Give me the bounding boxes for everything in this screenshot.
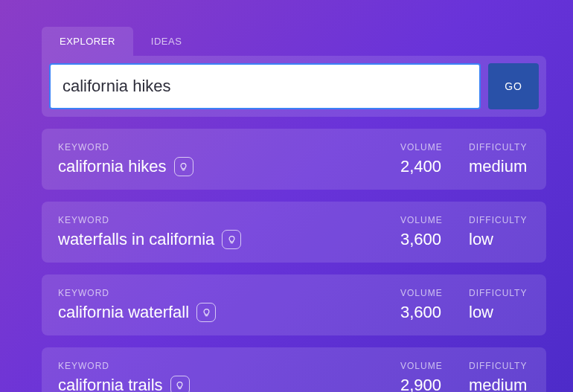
keyword-value-row: california trails bbox=[58, 376, 400, 392]
lightbulb-icon[interactable] bbox=[174, 157, 193, 176]
keyword-value-row: california hikes bbox=[58, 157, 400, 176]
keyword-section: KEYWORD california trails bbox=[58, 361, 400, 392]
keyword-text: california waterfall bbox=[58, 303, 189, 322]
keyword-section: KEYWORD waterfalls in california bbox=[58, 215, 400, 249]
tab-ideas[interactable]: IDEAS bbox=[133, 27, 200, 56]
difficulty-section: DIFFICULTY medium bbox=[469, 361, 530, 392]
keyword-text: california hikes bbox=[58, 157, 167, 176]
go-button[interactable]: GO bbox=[488, 63, 539, 109]
difficulty-label: DIFFICULTY bbox=[469, 215, 530, 225]
difficulty-section: DIFFICULTY medium bbox=[469, 142, 530, 176]
difficulty-label: DIFFICULTY bbox=[469, 361, 530, 371]
difficulty-label: DIFFICULTY bbox=[469, 142, 530, 152]
result-card: KEYWORD california hikes VOLUME 2,400 DI… bbox=[42, 129, 546, 190]
keyword-label: KEYWORD bbox=[58, 142, 400, 152]
keyword-value-row: california waterfall bbox=[58, 303, 400, 322]
keyword-text: california trails bbox=[58, 376, 163, 392]
difficulty-label: DIFFICULTY bbox=[469, 288, 530, 298]
volume-section: VOLUME 2,900 bbox=[400, 361, 469, 392]
keyword-text: waterfalls in california bbox=[58, 230, 214, 249]
volume-label: VOLUME bbox=[400, 288, 469, 298]
lightbulb-icon[interactable] bbox=[170, 376, 190, 392]
difficulty-section: DIFFICULTY low bbox=[469, 215, 530, 249]
lightbulb-icon[interactable] bbox=[196, 303, 216, 322]
volume-label: VOLUME bbox=[400, 142, 469, 152]
lightbulb-icon[interactable] bbox=[222, 230, 241, 249]
keyword-label: KEYWORD bbox=[58, 361, 400, 371]
volume-section: VOLUME 3,600 bbox=[400, 288, 469, 322]
volume-section: VOLUME 3,600 bbox=[400, 215, 469, 249]
volume-label: VOLUME bbox=[400, 361, 469, 371]
search-container: GO bbox=[42, 56, 546, 117]
tab-explorer[interactable]: EXPLORER bbox=[42, 27, 133, 56]
keyword-label: KEYWORD bbox=[58, 288, 400, 298]
keyword-section: KEYWORD california hikes bbox=[58, 142, 400, 176]
keyword-label: KEYWORD bbox=[58, 215, 400, 225]
difficulty-value: medium bbox=[469, 157, 530, 176]
result-card: KEYWORD california trails VOLUME 2,900 D… bbox=[42, 347, 546, 392]
difficulty-value: low bbox=[469, 230, 530, 249]
results-list: KEYWORD california hikes VOLUME 2,400 DI… bbox=[42, 129, 546, 392]
volume-section: VOLUME 2,400 bbox=[400, 142, 469, 176]
result-card: KEYWORD california waterfall VOLUME 3,60… bbox=[42, 274, 546, 335]
result-card: KEYWORD waterfalls in california VOLUME … bbox=[42, 202, 546, 263]
volume-value: 2,400 bbox=[400, 157, 469, 176]
volume-label: VOLUME bbox=[400, 215, 469, 225]
difficulty-value: low bbox=[469, 303, 530, 322]
search-input[interactable] bbox=[49, 63, 481, 109]
keyword-section: KEYWORD california waterfall bbox=[58, 288, 400, 322]
tabs-container: EXPLORER IDEAS bbox=[42, 27, 546, 56]
volume-value: 2,900 bbox=[400, 376, 469, 392]
volume-value: 3,600 bbox=[400, 230, 469, 249]
difficulty-value: medium bbox=[469, 376, 530, 392]
volume-value: 3,600 bbox=[400, 303, 469, 322]
difficulty-section: DIFFICULTY low bbox=[469, 288, 530, 322]
keyword-value-row: waterfalls in california bbox=[58, 230, 400, 249]
